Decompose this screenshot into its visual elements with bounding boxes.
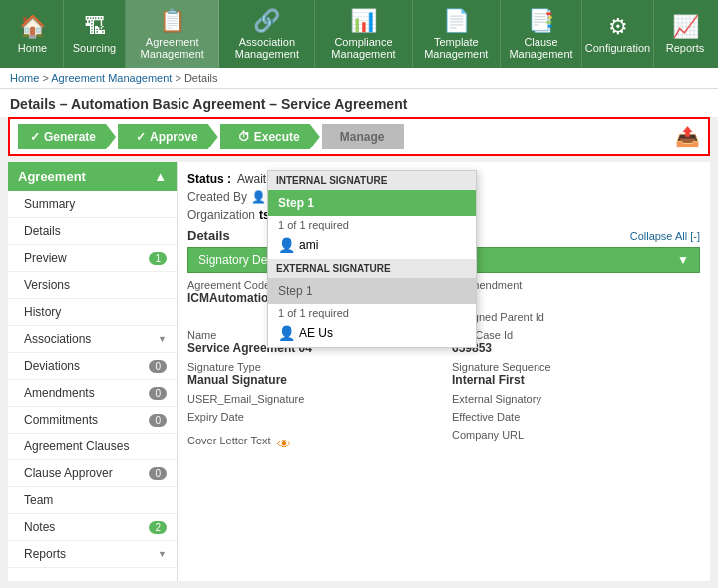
- internal-step-active[interactable]: Step 1: [268, 190, 476, 216]
- detail-external-signatory: External Signatory: [452, 393, 700, 405]
- template-icon: 📄: [443, 8, 470, 34]
- cover-letter-label: Cover Letter Text: [187, 435, 271, 446]
- notes-badge: 2: [149, 521, 167, 534]
- external-step-inactive[interactable]: Step 1: [268, 278, 476, 304]
- detail-effective: Effective Date: [452, 411, 700, 423]
- sourcing-icon: 🏗: [84, 14, 106, 40]
- nav-item-reports[interactable]: 📈 Reports: [654, 0, 716, 68]
- commitments-badge: 0: [149, 414, 167, 427]
- sidebar: Agreement ▲ Summary Details Preview 1 Ve…: [8, 162, 178, 581]
- step-generate[interactable]: ✓ Generate: [18, 124, 116, 149]
- nav-item-template[interactable]: 📄 Template Management: [413, 0, 502, 68]
- breadcrumb-agreement[interactable]: Agreement Management: [51, 72, 172, 84]
- signature-type-label: Signature Type: [187, 361, 436, 373]
- signature-sequence-label: Signature Sequence: [452, 361, 700, 373]
- reports-arrow-icon: ▼: [158, 549, 167, 559]
- sidebar-item-team[interactable]: Team: [8, 487, 177, 514]
- external-signatory-label: External Signatory: [452, 393, 700, 405]
- detail-signature-sequence: Signature Sequence Internal First: [452, 361, 700, 387]
- sidebar-item-agreement-clauses[interactable]: Agreement Clauses: [8, 434, 177, 460]
- association-icon: 🔗: [253, 8, 280, 34]
- sidebar-item-preview[interactable]: Preview 1: [8, 245, 177, 272]
- internal-user-icon: 👤: [278, 237, 295, 253]
- internal-step-count: 1 of 1 required: [268, 216, 476, 234]
- external-signature-header: EXTERNAL SIGNATURE: [268, 259, 476, 278]
- breadcrumb-home[interactable]: Home: [10, 72, 39, 84]
- nav-item-agreement[interactable]: 📋 Agreement Management: [126, 0, 219, 68]
- external-user-icon: 👤: [278, 325, 295, 341]
- expiry-label: Expiry Date: [187, 411, 436, 423]
- page-title: Details – Automation Basic Agreement – S…: [0, 89, 718, 117]
- sidebar-item-history[interactable]: History: [8, 299, 177, 326]
- sidebar-item-amendments[interactable]: Amendments 0: [8, 380, 177, 407]
- clause-icon: 📑: [528, 8, 554, 34]
- nav-item-clause[interactable]: 📑 Clause Management: [501, 0, 582, 68]
- sidebar-item-associations[interactable]: Associations ▼: [8, 326, 177, 353]
- detail-cover-letter: Cover Letter Text 👁: [187, 429, 436, 452]
- detail-test-case: Test Case Id 659853: [452, 329, 700, 355]
- clause-approver-badge: 0: [149, 467, 167, 480]
- step-approve[interactable]: ✓ Approve: [118, 124, 218, 149]
- top-nav: 🏠 Home 🏗 Sourcing 📋 Agreement Management…: [0, 0, 718, 68]
- detail-expiry: Expiry Date: [187, 411, 436, 423]
- nav-item-configuration[interactable]: ⚙ Configuration: [582, 0, 654, 68]
- internal-user: 👤 ami: [268, 234, 476, 259]
- nav-item-sourcing[interactable]: 🏗 Sourcing: [64, 0, 126, 68]
- assigned-parent-label: Assigned Parent Id: [452, 311, 700, 323]
- sidebar-item-details[interactable]: Details: [8, 218, 177, 245]
- nav-item-association[interactable]: 🔗 Association Management: [219, 0, 315, 68]
- nav-item-home[interactable]: 🏠 Home: [2, 0, 64, 68]
- sidebar-item-reports[interactable]: Reports ▼: [8, 541, 177, 568]
- home-icon: 🏠: [19, 14, 46, 40]
- execute-clock-icon: ⏱: [238, 130, 250, 144]
- deviations-badge: 0: [149, 360, 167, 373]
- workflow-container: ✓ Generate ✓ Approve ⏱ Execute Manage 📤: [8, 117, 710, 156]
- configuration-icon: ⚙: [608, 14, 628, 40]
- sidebar-item-summary[interactable]: Summary: [8, 191, 177, 218]
- approve-check-icon: ✓: [136, 130, 146, 144]
- external-step-count: 1 of 1 required: [268, 304, 476, 322]
- effective-label: Effective Date: [452, 411, 700, 423]
- step-manage[interactable]: Manage: [322, 124, 405, 149]
- signatory-chevron-icon: ▼: [677, 253, 689, 267]
- detail-is-amendment: Is Amendment No: [452, 279, 700, 305]
- created-by-label: Created By: [187, 190, 247, 204]
- associations-arrow-icon: ▼: [158, 334, 167, 344]
- is-amendment-label: Is Amendment: [452, 279, 700, 291]
- sidebar-header[interactable]: Agreement ▲: [8, 162, 177, 191]
- sidebar-item-commitments[interactable]: Commitments 0: [8, 407, 177, 434]
- status-label: Status :: [187, 170, 231, 186]
- signature-sequence-value: Internal First: [452, 373, 700, 387]
- step-execute[interactable]: ⏱ Execute: [220, 124, 320, 149]
- details-section-label: Details: [187, 228, 230, 243]
- signature-popup: INTERNAL SIGNATURE Step 1 1 of 1 require…: [267, 170, 477, 348]
- agreement-icon: 📋: [159, 8, 185, 34]
- collapse-all-link[interactable]: Collapse All [-]: [630, 230, 700, 242]
- sidebar-item-notes[interactable]: Notes 2: [8, 514, 177, 541]
- right-content: Status : Awaiting Signature from ami INT…: [178, 162, 710, 581]
- sidebar-collapse-icon: ▲: [154, 169, 167, 184]
- test-case-value: 659853: [452, 341, 700, 355]
- nav-item-compliance[interactable]: 📊 Compliance Management: [315, 0, 412, 68]
- user-email-label: USER_Email_Signature: [187, 393, 436, 405]
- test-case-label: Test Case Id: [452, 329, 700, 341]
- sidebar-item-deviations[interactable]: Deviations 0: [8, 353, 177, 380]
- sidebar-item-versions[interactable]: Versions: [8, 272, 177, 299]
- status-row: Status : Awaiting Signature from ami INT…: [187, 170, 700, 186]
- eye-icon[interactable]: 👁: [277, 437, 291, 452]
- detail-user-email: USER_Email_Signature: [187, 393, 436, 405]
- signature-type-value: Manual Signature: [187, 373, 436, 387]
- main-content: Agreement ▲ Summary Details Preview 1 Ve…: [8, 162, 710, 581]
- generate-check-icon: ✓: [30, 130, 40, 144]
- company-url-label: Company URL: [452, 429, 700, 441]
- sidebar-item-clause-approver[interactable]: Clause Approver 0: [8, 460, 177, 487]
- compliance-icon: 📊: [350, 8, 377, 34]
- export-icon[interactable]: 📤: [675, 125, 700, 148]
- detail-signature-type: Signature Type Manual Signature: [187, 361, 436, 387]
- internal-signature-header: INTERNAL SIGNATURE: [268, 171, 476, 190]
- reports-nav-icon: 📈: [672, 14, 699, 40]
- org-label: Organization: [187, 208, 255, 222]
- detail-assigned-parent: Assigned Parent Id: [452, 311, 700, 323]
- created-by-user-icon: 👤: [251, 190, 266, 204]
- breadcrumb-details: Details: [184, 72, 218, 84]
